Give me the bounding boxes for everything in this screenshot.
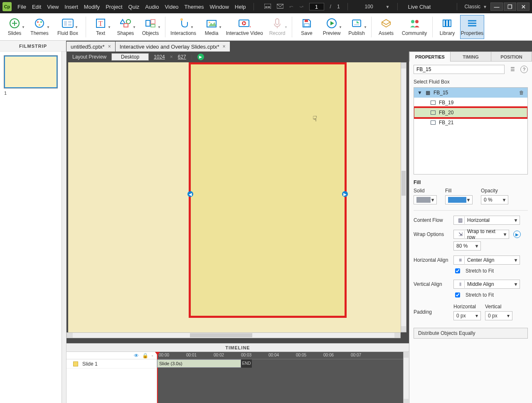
menu-help[interactable]: Help bbox=[235, 4, 246, 10]
timeline-clip[interactable]: Slide (3.0s) bbox=[157, 359, 241, 368]
menu-themes[interactable]: Themes bbox=[185, 4, 204, 10]
doc-tab-0[interactable]: untitled5.cptx* × bbox=[66, 42, 115, 52]
menu-file[interactable]: File bbox=[17, 4, 26, 10]
ribbon-objects-button[interactable]: ▼ Objects bbox=[138, 15, 163, 39]
resize-handle-left[interactable]: ◀ bbox=[187, 191, 193, 197]
stage-width[interactable]: 1024 bbox=[154, 54, 165, 60]
doc-tab-1[interactable]: Interactive video and Overlay Slides.cpt… bbox=[116, 42, 230, 52]
window-minimize-button[interactable]: — bbox=[490, 2, 503, 11]
menu-view[interactable]: View bbox=[47, 4, 59, 10]
workspace-dropdown-icon[interactable]: ▼ bbox=[483, 5, 487, 9]
eye-icon[interactable]: 👁 bbox=[134, 353, 139, 359]
resize-handle-right[interactable]: ▶ bbox=[342, 191, 348, 197]
timeline-vscrollbar[interactable] bbox=[403, 352, 409, 403]
ribbon-media-button[interactable]: ▼ Media bbox=[200, 15, 224, 39]
preview-play-icon[interactable]: ▶ bbox=[197, 54, 204, 60]
ribbon-fluidbox-button[interactable]: ▼ Fluid Box bbox=[52, 15, 83, 39]
tree-child-2[interactable]: FB_21 bbox=[414, 118, 527, 128]
wrap-options-dropdown[interactable]: ⇲ Wrap to next row ▾ bbox=[453, 230, 509, 239]
ribbon-record-button[interactable]: ▼ Record bbox=[265, 15, 289, 39]
scroll-down-icon[interactable] bbox=[401, 326, 406, 332]
fill-color-dropdown[interactable]: ▾ bbox=[445, 195, 473, 204]
distribute-objects-button[interactable]: Distribute Objects Equally bbox=[414, 328, 528, 339]
dot-icon[interactable]: ◦ bbox=[152, 353, 153, 359]
ribbon-library-button[interactable]: Library bbox=[435, 15, 459, 39]
selected-fluid-box-highlight[interactable]: ◀ ▶ bbox=[189, 62, 347, 318]
ribbon-slides-button[interactable]: ▼ Slides bbox=[2, 15, 27, 39]
close-icon[interactable]: × bbox=[108, 44, 111, 49]
timeline-track-area[interactable]: 00:00 00:01 00:02 00:03 00:04 00:05 00:0… bbox=[157, 352, 409, 403]
close-icon[interactable]: × bbox=[223, 44, 226, 49]
lock-icon[interactable]: 🔒 bbox=[142, 353, 148, 359]
menu-audio[interactable]: Audio bbox=[145, 4, 159, 10]
redo-icon[interactable]: ⤻ bbox=[299, 4, 303, 10]
mail-icon[interactable] bbox=[277, 4, 283, 10]
slide-canvas[interactable]: ◀ ▶ ☟ bbox=[68, 62, 401, 332]
menu-modify[interactable]: Modify bbox=[84, 4, 100, 10]
scroll-up-icon[interactable] bbox=[404, 352, 409, 358]
scroll-left-icon[interactable] bbox=[67, 333, 73, 338]
ribbon-interactions-button[interactable]: ▼ Interactions bbox=[168, 15, 199, 39]
wrap-percent-dropdown[interactable]: 80 % ▾ bbox=[453, 241, 481, 251]
tree-child-0[interactable]: FB_19 bbox=[414, 98, 527, 108]
object-name-input[interactable] bbox=[414, 65, 505, 74]
ribbon-publish-button[interactable]: ▼ Publish bbox=[345, 15, 369, 39]
trash-icon[interactable]: 🗑 bbox=[519, 90, 524, 96]
tab-timing[interactable]: TIMING bbox=[451, 52, 491, 61]
menu-quiz[interactable]: Quiz bbox=[128, 4, 140, 10]
ribbon-properties-button[interactable]: Properties bbox=[460, 15, 484, 39]
scroll-right-icon[interactable] bbox=[394, 333, 400, 338]
captions-icon[interactable] bbox=[264, 4, 271, 10]
scroll-up-icon[interactable] bbox=[401, 63, 406, 69]
zoom-dropdown-icon[interactable]: ▼ bbox=[386, 5, 390, 9]
window-restore-button[interactable]: ❐ bbox=[504, 2, 516, 11]
tree-expand-icon[interactable]: ▼ bbox=[417, 90, 422, 96]
tree-child-1[interactable]: FB_20 bbox=[414, 108, 527, 118]
track-row-slide1[interactable]: Slide 1 bbox=[66, 359, 157, 369]
ribbon-assets-button[interactable]: Assets bbox=[374, 15, 398, 39]
ribbon-community-button[interactable]: Community bbox=[399, 15, 430, 39]
zoom-level[interactable]: 100 bbox=[358, 4, 380, 10]
solid-dropdown[interactable]: ▾ bbox=[414, 195, 437, 204]
ribbon-themes-button[interactable]: ▼ Themes bbox=[27, 15, 52, 39]
vscroll-thumb[interactable] bbox=[401, 171, 406, 196]
ribbon-preview-button[interactable]: ▼ Preview bbox=[320, 15, 344, 39]
live-chat-button[interactable]: Live Chat bbox=[408, 4, 431, 10]
padding-h-input[interactable]: 0 px ▾ bbox=[453, 311, 481, 320]
padding-v-input[interactable]: 0 px ▾ bbox=[485, 311, 512, 320]
scroll-down-icon[interactable] bbox=[404, 399, 409, 403]
halign-dropdown[interactable]: ≡ Center Align ▾ bbox=[453, 256, 520, 265]
stage-height[interactable]: 627 bbox=[178, 54, 186, 60]
stage-hscrollbar[interactable] bbox=[66, 332, 401, 338]
device-dropdown[interactable]: Desktop bbox=[111, 53, 149, 61]
hscroll-thumb[interactable] bbox=[190, 333, 252, 337]
tab-position[interactable]: POSITION bbox=[491, 52, 532, 61]
opacity-dropdown[interactable]: 0 % ▾ bbox=[481, 195, 508, 204]
tab-properties[interactable]: PROPERTIES bbox=[409, 52, 451, 61]
undo-icon[interactable]: ⤺ bbox=[289, 4, 293, 10]
tree-root[interactable]: ▼ ▦ FB_15 🗑 bbox=[414, 88, 527, 98]
workspace-label[interactable]: Classic bbox=[464, 4, 480, 10]
stretch-h-checkbox[interactable] bbox=[455, 268, 460, 273]
page-current-input[interactable] bbox=[309, 3, 324, 10]
valign-dropdown[interactable]: ⫴ Middle Align ▾ bbox=[453, 280, 520, 289]
content-flow-dropdown[interactable]: ▥ Horizontal ▾ bbox=[453, 216, 520, 225]
menu-video[interactable]: Video bbox=[165, 4, 179, 10]
timeline-header[interactable]: TIMELINE bbox=[66, 344, 409, 352]
menu-project[interactable]: Project bbox=[106, 4, 122, 10]
menu-insert[interactable]: Insert bbox=[64, 4, 78, 10]
stretch-v-checkbox[interactable] bbox=[455, 292, 460, 297]
help-icon[interactable]: ? bbox=[520, 66, 528, 73]
window-close-button[interactable]: ✕ bbox=[517, 2, 530, 11]
wrap-preview-icon[interactable]: ▶ bbox=[513, 231, 521, 238]
slide-thumbnail-1[interactable]: 1 bbox=[0, 52, 62, 403]
menu-edit[interactable]: Edit bbox=[32, 4, 41, 10]
ribbon-save-button[interactable]: Save bbox=[295, 15, 319, 39]
options-menu-icon[interactable]: ☰ bbox=[509, 66, 516, 73]
menu-window[interactable]: Window bbox=[210, 4, 229, 10]
ribbon-shapes-button[interactable]: ▼ Shapes bbox=[113, 15, 138, 39]
stage-vscrollbar[interactable] bbox=[401, 62, 406, 332]
ribbon-interactive-video-button[interactable]: Interactive Video bbox=[224, 15, 264, 39]
timeline-ruler[interactable]: 00:00 00:01 00:02 00:03 00:04 00:05 00:0… bbox=[157, 352, 409, 359]
ribbon-text-button[interactable]: T▼ Text bbox=[89, 15, 113, 39]
